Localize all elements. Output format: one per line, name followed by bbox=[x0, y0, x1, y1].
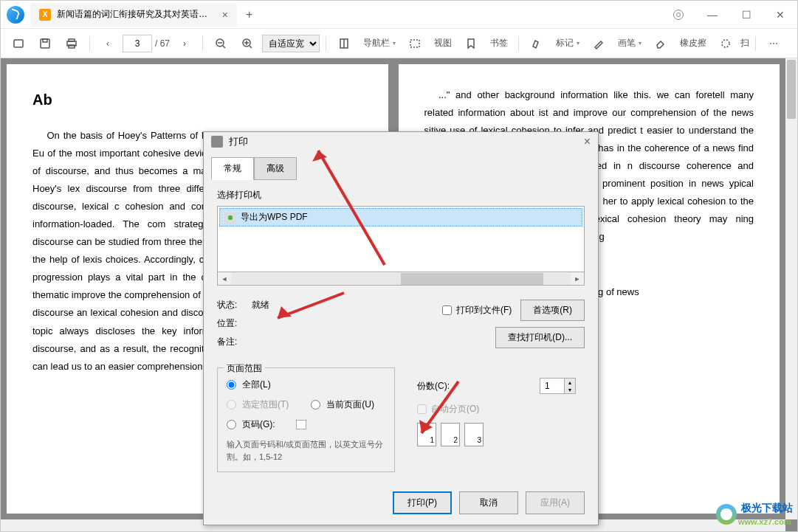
apply-button: 应用(A) bbox=[526, 491, 585, 514]
bookmark-button[interactable]: 书签 bbox=[486, 37, 512, 49]
print-button[interactable]: 打印(P) bbox=[393, 491, 452, 514]
svg-point-16 bbox=[722, 40, 729, 47]
app-logo-icon bbox=[7, 6, 24, 24]
printer-item[interactable]: 导出为WPS PDF bbox=[219, 208, 582, 227]
dialog-close-icon[interactable]: × bbox=[584, 135, 591, 148]
dialog-titlebar: 打印 × bbox=[204, 132, 598, 151]
svg-rect-0 bbox=[14, 40, 23, 47]
print-icon[interactable] bbox=[60, 32, 83, 55]
eraser-button[interactable]: 橡皮擦 bbox=[675, 37, 711, 49]
page-number-input[interactable] bbox=[123, 35, 152, 52]
next-page-icon[interactable]: › bbox=[173, 32, 196, 55]
copies-spinner[interactable]: ▲ ▼ bbox=[540, 378, 576, 394]
tab-advanced[interactable]: 高级 bbox=[254, 157, 297, 180]
scroll-right-icon[interactable]: ► bbox=[571, 273, 584, 285]
close-window-button[interactable]: ✕ bbox=[763, 1, 797, 29]
abstract-heading: Ab bbox=[32, 86, 362, 114]
highlight-icon[interactable] bbox=[525, 32, 548, 55]
titlebar: X 新闻语篇的词汇衔接研究及其对英语听力教... × + — ☐ ✕ bbox=[1, 1, 797, 29]
svg-line-7 bbox=[223, 46, 225, 48]
printer-device-icon bbox=[224, 212, 236, 224]
scroll-left-icon[interactable]: ◄ bbox=[218, 273, 231, 285]
printer-title-icon bbox=[211, 136, 223, 148]
settings-icon[interactable] bbox=[661, 1, 695, 29]
location-label: 位置: bbox=[217, 317, 237, 330]
toolbar: ‹ / 67 › 自适应宽 导航栏▾ 视图 书签 标记▾ 画笔▾ 橡皮擦 扫 ⋯ bbox=[1, 29, 797, 58]
dialog-title: 打印 bbox=[229, 135, 248, 148]
watermark-url: www.xz7.com bbox=[738, 517, 791, 526]
page-range-input[interactable] bbox=[296, 420, 306, 429]
svg-rect-15 bbox=[410, 40, 419, 47]
pdf-file-icon: X bbox=[39, 9, 51, 21]
select-printer-label: 选择打印机 bbox=[217, 189, 585, 201]
find-printer-button[interactable]: 查找打印机(D)... bbox=[495, 327, 585, 348]
page-range-hint: 输入页面号码和/或页面范围，以英文逗号分割。如，1,5-12 bbox=[227, 438, 385, 463]
svg-rect-1 bbox=[41, 39, 49, 48]
mark-button[interactable]: 标记▾ bbox=[551, 37, 584, 49]
cancel-button[interactable]: 取消 bbox=[459, 491, 518, 514]
crop-icon[interactable] bbox=[714, 32, 737, 55]
tab-title: 新闻语篇的词汇衔接研究及其对英语听力教... bbox=[57, 8, 216, 21]
range-selection-radio: 选定范围(T) bbox=[227, 398, 289, 411]
printer-list-scrollbar[interactable]: ◄ ► bbox=[217, 272, 585, 286]
svg-rect-2 bbox=[43, 39, 47, 42]
range-pages-radio[interactable]: 页码(G): bbox=[227, 418, 385, 431]
new-tab-button[interactable]: + bbox=[237, 8, 261, 21]
view-icon[interactable] bbox=[403, 32, 427, 55]
page-range-group: 页面范围 全部(L) 选定范围(T) 当前页面(U) 页码(G): 输入页面号码… bbox=[217, 367, 395, 472]
doc-stack-icon: 2 bbox=[441, 423, 460, 446]
page-navigation: ‹ / 67 › bbox=[96, 32, 196, 55]
copies-group: 份数(C): ▲ ▼ 自动分页(O) bbox=[408, 367, 585, 472]
brush-button[interactable]: 画笔▾ bbox=[613, 37, 646, 49]
maximize-button[interactable]: ☐ bbox=[729, 1, 763, 29]
range-all-radio[interactable]: 全部(L) bbox=[227, 379, 385, 391]
eraser-icon[interactable] bbox=[649, 32, 673, 55]
watermark: 极光下载站 www.xz7.com bbox=[716, 502, 793, 527]
comment-label: 备注: bbox=[217, 336, 237, 348]
print-to-file-checkbox[interactable]: 打印到文件(F) bbox=[442, 304, 512, 317]
app-window: X 新闻语篇的词汇衔接研究及其对英语听力教... × + — ☐ ✕ ‹ / 6… bbox=[0, 0, 798, 532]
copies-label: 份数(C): bbox=[417, 380, 450, 393]
content-area: Ab On the basis of Hoey's Patterns of le… bbox=[1, 58, 797, 531]
minimize-button[interactable]: — bbox=[695, 1, 729, 29]
range-current-radio[interactable]: 当前页面(U) bbox=[311, 398, 374, 411]
printer-name: 导出为WPS PDF bbox=[241, 211, 308, 224]
prev-page-icon[interactable]: ‹ bbox=[96, 32, 120, 55]
zoom-in-icon[interactable] bbox=[235, 32, 259, 55]
status-value: 就绪 bbox=[252, 299, 269, 311]
copies-input[interactable] bbox=[540, 379, 564, 393]
printer-list[interactable]: 导出为WPS PDF bbox=[217, 206, 585, 272]
collate-checkbox: 自动分页(O) bbox=[417, 403, 576, 415]
zoom-mode-select[interactable]: 自适应宽 bbox=[262, 35, 320, 52]
tab-general[interactable]: 常规 bbox=[211, 157, 254, 180]
page-range-title: 页面范围 bbox=[224, 362, 265, 375]
bookmark-icon[interactable] bbox=[459, 32, 483, 55]
open-file-icon[interactable] bbox=[7, 32, 30, 55]
crop-label[interactable]: 扫 bbox=[740, 37, 749, 49]
layout-icon[interactable] bbox=[332, 32, 356, 55]
pen-icon[interactable] bbox=[587, 32, 610, 55]
zoom-out-icon[interactable] bbox=[209, 32, 233, 55]
document-tab[interactable]: X 新闻语篇的词汇衔接研究及其对英语听力教... × bbox=[30, 3, 237, 27]
copies-up-icon[interactable]: ▲ bbox=[565, 379, 575, 386]
watermark-brand: 极光 bbox=[741, 502, 762, 514]
view-button[interactable]: 视图 bbox=[430, 37, 456, 49]
vertical-scrollbar[interactable] bbox=[785, 58, 797, 519]
collate-preview: 1 2 3 bbox=[417, 423, 576, 446]
copies-down-icon[interactable]: ▼ bbox=[565, 386, 575, 393]
doc-stack-icon: 1 bbox=[417, 423, 436, 446]
close-tab-icon[interactable]: × bbox=[222, 9, 228, 21]
preferences-button[interactable]: 首选项(R) bbox=[520, 300, 585, 321]
more-icon[interactable]: ⋯ bbox=[762, 32, 785, 55]
save-icon[interactable] bbox=[33, 32, 57, 55]
print-dialog: 打印 × 常规 高级 选择打印机 导出为WPS PDF ◄ bbox=[203, 131, 599, 525]
status-label: 状态: bbox=[217, 299, 237, 311]
svg-line-10 bbox=[250, 46, 252, 48]
watermark-logo-icon bbox=[716, 504, 737, 525]
nav-panel-button[interactable]: 导航栏▾ bbox=[359, 37, 400, 49]
page-total-label: / 67 bbox=[155, 38, 170, 49]
doc-stack-icon: 3 bbox=[464, 423, 484, 446]
svg-rect-5 bbox=[69, 45, 75, 48]
